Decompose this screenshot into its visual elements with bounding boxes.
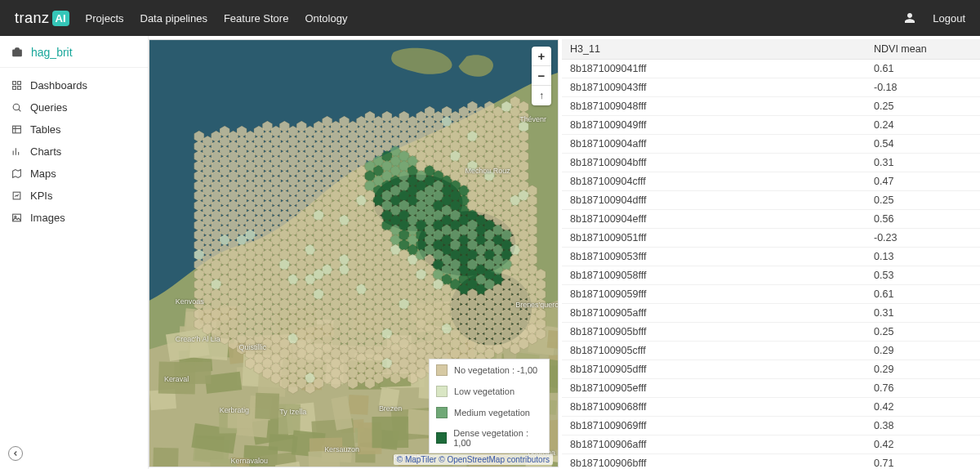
project-header[interactable]: hag_brit (0, 36, 148, 68)
table-row[interactable]: 8b1871009051fff-0.23 (562, 229, 980, 248)
cell-h3: 8b187100906bfff (562, 454, 866, 468)
cell-ndvi: 0.71 (866, 454, 980, 468)
table-row[interactable]: 8b1871009043fff-0.18 (562, 78, 980, 97)
sidebar-item-tables[interactable]: Tables (0, 118, 148, 141)
sidebar-item-dashboards[interactable]: Dashboards (0, 74, 148, 96)
map-view[interactable]: ThévenrMechou RouzCreac'h Al LiaQuistill… (149, 39, 559, 467)
nav-ontology[interactable]: Ontology (305, 12, 347, 25)
table-row[interactable]: 8b187100905dfff0.29 (562, 360, 980, 379)
legend-label: Medium vegetation (454, 408, 530, 418)
table-row[interactable]: 8b187100906bfff0.71 (562, 454, 980, 468)
sidebar-item-images[interactable]: Images (0, 207, 148, 229)
map-place-label: Kenvoas (176, 297, 204, 306)
cell-ndvi: 0.13 (866, 248, 980, 266)
table-row[interactable]: 8b187100905afff0.31 (562, 304, 980, 323)
attr-maptiler[interactable]: MapTiler (405, 455, 437, 464)
sidebar-item-charts[interactable]: Charts (0, 141, 148, 163)
cell-ndvi: 0.61 (866, 60, 980, 78)
table-row[interactable]: 8b1871009068fff0.42 (562, 398, 980, 417)
collapse-sidebar-button[interactable] (8, 446, 23, 461)
table-row[interactable]: 8b1871009059fff0.61 (562, 285, 980, 304)
table-row[interactable]: 8b187100905efff0.76 (562, 379, 980, 398)
table-row[interactable]: 8b1871009041fff0.61 (562, 60, 980, 78)
table-row[interactable]: 8b187100904cfff0.47 (562, 172, 980, 191)
attr-mid: © (436, 455, 447, 464)
cell-ndvi: 0.76 (866, 379, 980, 398)
map-place-label: Creac'h Al Lia (176, 335, 220, 343)
sidebar-item-kpis[interactable]: KPIs (0, 185, 148, 207)
nav-data-pipelines[interactable]: Data pipelines (140, 12, 207, 25)
svg-line-6 (19, 109, 21, 112)
cell-h3: 8b187100904cfff (562, 172, 866, 191)
col-ndvi[interactable]: NDVI mean (866, 39, 980, 60)
cell-h3: 8b187100905dfff (562, 360, 866, 379)
cell-ndvi: 0.38 (866, 417, 980, 436)
svg-rect-118 (372, 417, 408, 448)
reset-north-button[interactable]: ↑ (532, 86, 551, 105)
table-icon (11, 124, 22, 135)
attr-osm[interactable]: OpenStreetMap contributors (447, 455, 550, 464)
map-place-label: Brenes'querc (515, 301, 558, 309)
cell-ndvi: 0.29 (866, 342, 980, 360)
table-row[interactable]: 8b1871009053fff0.13 (562, 248, 980, 266)
cell-h3: 8b187100906afff (562, 436, 866, 454)
svg-rect-0 (13, 50, 22, 56)
table-row[interactable]: 8b187100906afff0.42 (562, 436, 980, 454)
brand[interactable]: tranz AI (15, 10, 69, 27)
cell-h3: 8b187100905efff (562, 379, 866, 398)
cell-ndvi: -0.23 (866, 229, 980, 248)
table-row[interactable]: 8b187100904dfff0.25 (562, 191, 980, 210)
sidebar-item-label: Dashboards (30, 79, 87, 92)
legend-swatch (436, 386, 448, 397)
cell-h3: 8b187100905afff (562, 304, 866, 323)
cell-h3: 8b1871009059fff (562, 285, 866, 304)
cell-ndvi: 0.54 (866, 135, 980, 154)
cell-h3: 8b187100905bfff (562, 323, 866, 342)
col-h3[interactable]: H3_11 (562, 39, 866, 60)
legend-row: No vegetation : -1,00 (430, 360, 549, 381)
kpi-icon (11, 190, 22, 201)
table-row[interactable]: 8b187100904bfff0.31 (562, 154, 980, 172)
table-row[interactable]: 8b1871009069fff0.38 (562, 417, 980, 436)
table-row[interactable]: 8b187100904efff0.56 (562, 210, 980, 229)
user-icon[interactable] (903, 11, 916, 25)
cell-h3: 8b187100904dfff (562, 191, 866, 210)
table-row[interactable]: 8b187100905bfff0.25 (562, 323, 980, 342)
data-table-pane[interactable]: H3_11 NDVI mean 8b1871009041fff0.618b187… (562, 39, 980, 467)
cell-ndvi: 0.24 (866, 116, 980, 135)
map-place-label: Keraval (164, 375, 189, 383)
zoom-in-button[interactable]: + (532, 47, 551, 66)
briefcase-icon (11, 47, 23, 58)
table-row[interactable]: 8b1871009048fff0.25 (562, 97, 980, 116)
nav-feature-store[interactable]: Feature Store (224, 12, 289, 25)
logout-link[interactable]: Logout (933, 12, 965, 25)
dashboard-icon (11, 80, 22, 91)
ndvi-table: H3_11 NDVI mean 8b1871009041fff0.618b187… (562, 39, 980, 467)
map-attribution: © MapTiler © OpenStreetMap contributors (394, 454, 553, 465)
svg-rect-1 (13, 82, 16, 85)
top-nav: tranz AI Projects Data pipelines Feature… (0, 0, 980, 36)
table-row[interactable]: 8b187100905cfff0.29 (562, 342, 980, 360)
table-row[interactable]: 8b1871009058fff0.53 (562, 266, 980, 285)
table-row[interactable]: 8b187100904afff0.54 (562, 135, 980, 154)
cell-h3: 8b1871009041fff (562, 60, 866, 78)
legend-row: Medium vegetation (430, 402, 549, 423)
legend-label: Dense vegetation : 1,00 (453, 428, 542, 448)
sidebar-item-maps[interactable]: Maps (0, 163, 148, 185)
nav-projects[interactable]: Projects (86, 12, 124, 25)
legend-row: Dense vegetation : 1,00 (430, 423, 549, 453)
cell-ndvi: -0.18 (866, 78, 980, 97)
svg-rect-3 (13, 87, 16, 90)
legend-label: Low vegetation (454, 386, 514, 396)
cell-ndvi: 0.53 (866, 266, 980, 285)
cell-h3: 8b1871009058fff (562, 266, 866, 285)
sidebar-item-label: Images (30, 212, 65, 224)
cell-ndvi: 0.29 (866, 360, 980, 379)
zoom-out-button[interactable]: − (532, 66, 551, 86)
cell-h3: 8b187100904afff (562, 135, 866, 154)
sidebar-item-queries[interactable]: Queries (0, 96, 148, 118)
map-zoom-controls: + − ↑ (532, 47, 551, 105)
sidebar-item-label: Maps (30, 168, 56, 180)
cell-ndvi: 0.56 (866, 210, 980, 229)
table-row[interactable]: 8b1871009049fff0.24 (562, 116, 980, 135)
